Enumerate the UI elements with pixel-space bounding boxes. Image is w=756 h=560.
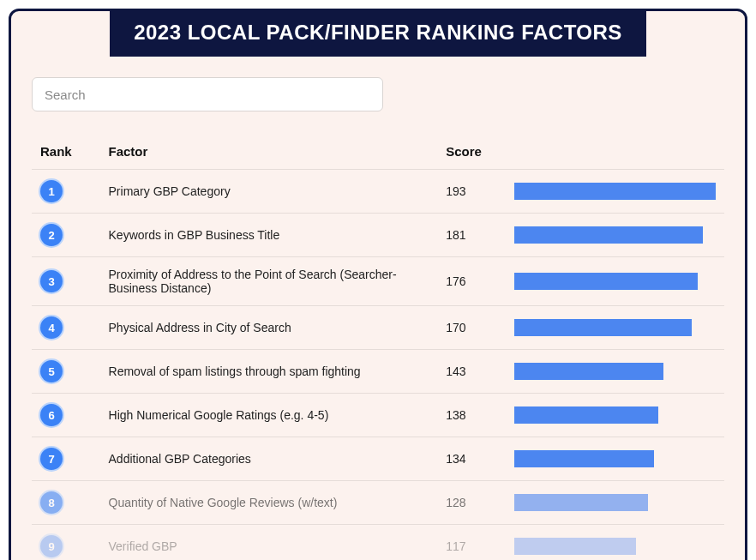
header-factor: Factor: [100, 135, 438, 170]
factor-cell: Verified GBP: [100, 525, 438, 561]
rank-badge: 5: [40, 360, 63, 382]
score-bar: [514, 494, 716, 511]
table-row: 6High Numerical Google Ratings (e.g. 4-5…: [32, 394, 724, 437]
page-title: 2023 LOCAL PACK/FINDER RANKING FACTORS: [110, 9, 646, 57]
factor-cell: Keywords in GBP Business Title: [100, 214, 438, 257]
rank-badge: 9: [40, 535, 63, 557]
score-cell: 181: [437, 214, 506, 257]
score-bar: [514, 183, 716, 200]
factor-cell: Quantity of Native Google Reviews (w/tex…: [100, 481, 438, 525]
score-bar: [514, 226, 716, 244]
score-bar: [514, 450, 716, 467]
factor-cell: Physical Address in City of Search: [100, 306, 438, 350]
rank-badge: 8: [40, 491, 63, 514]
rank-badge: 6: [40, 404, 63, 426]
content-area: Rank Factor Score 1Primary GBP Category1…: [11, 57, 745, 560]
score-cell: 193: [437, 170, 506, 214]
header-bar: [506, 135, 724, 170]
score-cell: 143: [437, 350, 506, 394]
score-cell: 134: [437, 437, 506, 481]
factor-cell: Additional GBP Categories: [100, 437, 438, 481]
ranking-table: Rank Factor Score 1Primary GBP Category1…: [32, 135, 724, 560]
score-bar: [514, 538, 716, 555]
score-bar: [514, 406, 716, 424]
score-cell: 117: [437, 525, 506, 561]
table-row: 2Keywords in GBP Business Title181: [32, 214, 724, 257]
score-cell: 138: [437, 394, 506, 437]
rank-badge: 7: [40, 448, 63, 470]
score-cell: 170: [437, 306, 506, 350]
rank-badge: 2: [40, 224, 63, 246]
table-row: 7Additional GBP Categories134: [32, 437, 724, 481]
score-cell: 176: [437, 257, 506, 306]
score-bar: [514, 273, 716, 290]
score-bar: [514, 363, 716, 380]
search-input[interactable]: [32, 77, 383, 111]
table-row: 5Removal of spam listings through spam f…: [32, 350, 724, 394]
factor-cell: High Numerical Google Ratings (e.g. 4-5): [100, 394, 438, 437]
rank-badge: 1: [40, 180, 63, 202]
factor-cell: Removal of spam listings through spam fi…: [100, 350, 438, 394]
table-row: 3Proximity of Address to the Point of Se…: [32, 257, 724, 306]
header-score: Score: [437, 135, 506, 170]
header-rank: Rank: [32, 135, 100, 170]
table-row: 4Physical Address in City of Search170: [32, 306, 724, 350]
score-cell: 128: [437, 481, 506, 525]
factor-cell: Proximity of Address to the Point of Sea…: [100, 257, 438, 306]
score-bar: [514, 319, 716, 336]
rank-badge: 3: [40, 270, 63, 292]
factor-cell: Primary GBP Category: [100, 170, 438, 214]
table-row: 8Quantity of Native Google Reviews (w/te…: [32, 481, 724, 525]
table-row: 9Verified GBP117: [32, 525, 724, 561]
table-row: 1Primary GBP Category193: [32, 170, 724, 214]
rank-badge: 4: [40, 316, 63, 339]
ranking-factors-card: 2023 LOCAL PACK/FINDER RANKING FACTORS R…: [9, 9, 747, 560]
